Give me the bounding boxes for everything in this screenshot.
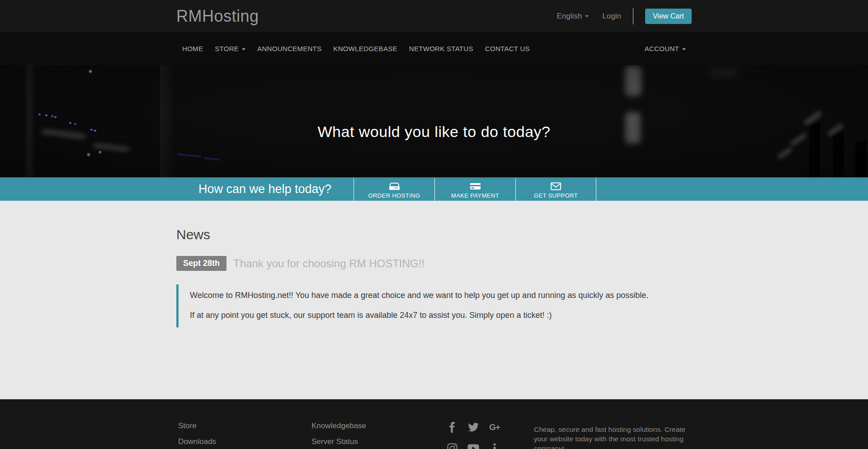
footer-link-downloads[interactable]: Downloads [178, 438, 216, 446]
server-icon [388, 181, 401, 191]
nav-item-contact-us[interactable]: CONTACT US [479, 45, 536, 52]
shortcuts-bar: How can we help today? ORDER HOSTING MAK… [0, 177, 868, 201]
more-icon[interactable] [489, 443, 500, 449]
language-label: English [557, 12, 582, 20]
shortcuts-heading: How can we help today? [176, 178, 354, 201]
hero-title: What would you like to do today? [0, 123, 868, 140]
order-hosting-button[interactable]: ORDER HOSTING [354, 178, 434, 201]
header-divider [633, 8, 633, 24]
footer-link-knowledgebase[interactable]: Knowledgebase [311, 422, 366, 430]
footer-link-store[interactable]: Store [178, 422, 216, 430]
footer-about-text: Cheap, secure and fast hosting solutions… [534, 425, 694, 449]
brand-logo[interactable]: RMHosting [176, 7, 259, 26]
youtube-icon[interactable] [467, 443, 479, 449]
hero-decoration [0, 65, 868, 177]
nav-item-home[interactable]: HOME [176, 45, 209, 52]
instagram-icon[interactable] [446, 443, 458, 449]
nav-item-knowledgebase[interactable]: KNOWLEDGEBASE [327, 45, 403, 52]
chevron-down-icon [682, 48, 686, 50]
nav-item-announcements[interactable]: ANNOUNCEMENTS [251, 45, 327, 52]
footer-links-column-2: Knowledgebase Server Status [311, 422, 366, 449]
main-content: News Sept 28th Thank you for choosing RM… [0, 201, 868, 399]
news-item-title[interactable]: Thank you for choosing RM HOSTING!! [233, 257, 425, 270]
make-payment-label: MAKE PAYMENT [451, 192, 499, 199]
header-actions: English Login View Cart [557, 8, 692, 24]
nav-item-store[interactable]: STORE [209, 45, 251, 52]
top-header: RMHosting English Login View Cart [0, 0, 868, 32]
news-date-badge: Sept 28th [176, 256, 226, 271]
facebook-icon[interactable] [446, 422, 458, 433]
social-row [446, 443, 500, 449]
social-row: G+ [446, 422, 500, 433]
credit-card-icon [469, 181, 481, 191]
order-hosting-label: ORDER HOSTING [368, 192, 420, 199]
get-support-button[interactable]: GET SUPPORT [515, 178, 596, 201]
main-navigation: HOME STORE ANNOUNCEMENTS KNOWLEDGEBASE N… [0, 32, 868, 65]
footer-links-column-1: Store Downloads [178, 422, 216, 449]
twitter-icon[interactable] [467, 422, 479, 433]
envelope-icon [550, 181, 561, 191]
footer-about-column: Cheap, secure and fast hosting solutions… [534, 425, 694, 449]
login-label: Login [602, 12, 621, 20]
google-plus-icon[interactable]: G+ [489, 422, 500, 433]
nav-item-account[interactable]: ACCOUNT [639, 45, 692, 52]
footer-link-server-status[interactable]: Server Status [311, 438, 366, 446]
get-support-label: GET SUPPORT [534, 192, 578, 199]
news-heading: News [176, 227, 692, 242]
news-item-header: Sept 28th Thank you for choosing RM HOST… [176, 256, 692, 271]
news-announcement-body: Welcome to RMHosting.net!! You have made… [176, 284, 678, 327]
announcement-paragraph: If at any point you get stuck, our suppo… [190, 309, 678, 322]
nav-item-network-status[interactable]: NETWORK STATUS [403, 45, 479, 52]
page-footer: Store Downloads Knowledgebase Server Sta… [0, 399, 868, 449]
announcement-paragraph: Welcome to RMHosting.net!! You have made… [190, 289, 678, 302]
chevron-down-icon [242, 48, 245, 50]
hero-banner: What would you like to do today? [0, 65, 868, 177]
login-link[interactable]: Login [602, 12, 621, 21]
make-payment-button[interactable]: MAKE PAYMENT [434, 178, 515, 201]
chevron-down-icon [585, 15, 589, 17]
footer-social-column: G+ [446, 422, 500, 449]
view-cart-button[interactable]: View Cart [645, 9, 692, 24]
language-dropdown[interactable]: English [557, 12, 589, 21]
